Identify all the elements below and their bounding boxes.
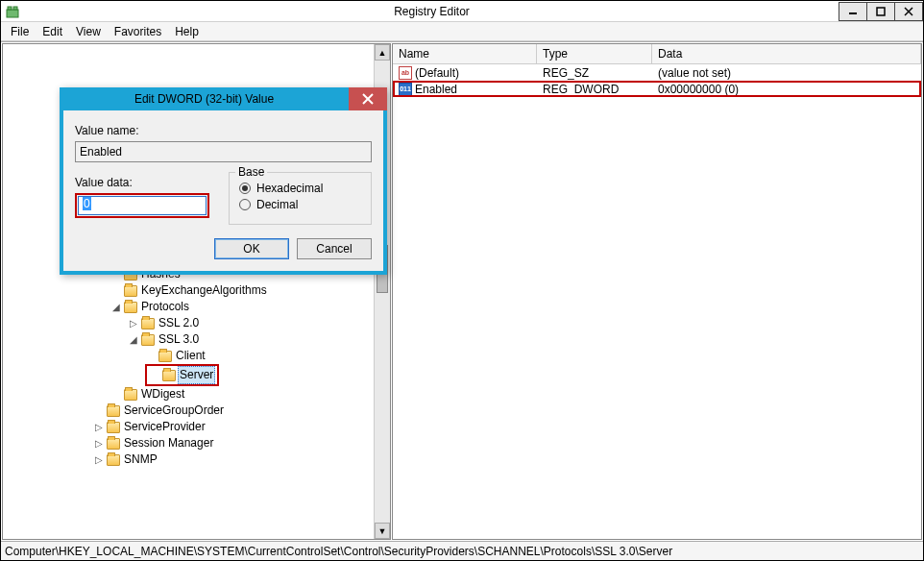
menu-file[interactable]: File	[5, 23, 35, 40]
expander-icon[interactable]: ▷	[93, 419, 105, 435]
tree-node-ssl30[interactable]: ◢SSL 3.0	[128, 331, 201, 348]
menu-edit[interactable]: Edit	[36, 23, 68, 40]
maximize-button[interactable]	[866, 2, 895, 21]
folder-icon	[141, 334, 155, 346]
close-button[interactable]	[894, 2, 923, 21]
radio-icon	[239, 199, 251, 210]
window-title: Registry Editor	[24, 5, 839, 18]
list-row-enabled[interactable]: 011Enabled REG_DWORD 0x00000000 (0)	[393, 81, 921, 97]
tree-node-snmp[interactable]: ▷SNMP	[93, 451, 159, 468]
scroll-down-button[interactable]: ▼	[375, 523, 390, 539]
dialog-titlebar[interactable]: Edit DWORD (32-bit) Value	[60, 87, 387, 110]
svg-rect-4	[877, 8, 885, 15]
scroll-up-button[interactable]: ▲	[375, 44, 390, 61]
menu-favorites[interactable]: Favorites	[109, 23, 167, 40]
menubar: File Edit View Favorites Help	[1, 22, 923, 41]
folder-icon	[107, 422, 120, 433]
folder-icon	[107, 454, 120, 466]
base-label: Base	[235, 165, 267, 179]
tree-node-sgo[interactable]: ▷ServiceGroupOrder	[93, 402, 226, 419]
folder-icon	[141, 318, 155, 329]
minimize-button[interactable]	[839, 2, 867, 21]
radio-icon	[239, 183, 251, 194]
folder-icon	[107, 405, 120, 417]
radio-hexadecimal[interactable]: Hexadecimal	[239, 182, 361, 195]
dialog-body: Value name: Value data: 0 Base Hexadecim…	[63, 110, 383, 271]
ok-button[interactable]: OK	[214, 238, 289, 259]
tree-node-sp[interactable]: ▷ServiceProvider	[93, 419, 207, 435]
tree-node-ssl20[interactable]: ▷SSL 2.0	[128, 315, 201, 331]
expander-icon[interactable]: ▷	[128, 315, 139, 331]
column-type[interactable]: Type	[537, 44, 652, 63]
values-pane: Name Type Data ab(Default) REG_SZ (value…	[392, 43, 922, 540]
folder-icon	[124, 389, 137, 401]
base-group: Base Hexadecimal Decimal	[229, 172, 372, 225]
expander-icon[interactable]: ▷	[93, 451, 105, 468]
expander-icon[interactable]: ◢	[128, 331, 139, 348]
tree-node-server[interactable]: ▷Server	[145, 364, 219, 386]
expander-icon[interactable]: ◢	[110, 299, 122, 315]
registry-editor-window: Registry Editor File Edit View Favorites…	[0, 0, 924, 561]
folder-icon	[124, 302, 137, 313]
app-icon	[5, 4, 20, 19]
reg-dword-icon: 011	[399, 83, 412, 96]
value-data-field[interactable]: 0	[78, 196, 207, 215]
tree-node-client[interactable]: ▷Client	[145, 348, 207, 364]
menu-view[interactable]: View	[70, 23, 107, 40]
dialog-close-button[interactable]	[349, 87, 387, 110]
folder-icon	[124, 285, 137, 297]
tree-node-protocols[interactable]: ◢Protocols	[110, 299, 191, 315]
column-data[interactable]: Data	[652, 44, 921, 63]
tree-node-sm[interactable]: ▷Session Manager	[93, 435, 215, 451]
svg-rect-2	[13, 7, 17, 10]
window-controls	[839, 2, 923, 21]
radio-decimal[interactable]: Decimal	[239, 198, 361, 211]
cancel-button[interactable]: Cancel	[297, 238, 372, 259]
menu-help[interactable]: Help	[169, 23, 205, 40]
svg-rect-1	[8, 7, 12, 10]
dialog-title: Edit DWORD (32-bit) Value	[60, 92, 349, 106]
value-name-label: Value name:	[75, 124, 372, 137]
list-row-default[interactable]: ab(Default) REG_SZ (value not set)	[393, 64, 921, 81]
statusbar: Computer\HKEY_LOCAL_MACHINE\SYSTEM\Curre…	[1, 541, 923, 560]
list-body[interactable]: ab(Default) REG_SZ (value not set) 011En…	[393, 64, 921, 539]
value-data-label: Value data:	[75, 176, 209, 189]
folder-icon	[162, 370, 176, 381]
value-name-field[interactable]	[75, 141, 372, 162]
statusbar-path: Computer\HKEY_LOCAL_MACHINE\SYSTEM\Curre…	[5, 545, 672, 558]
tree-node-kex[interactable]: ▷KeyExchangeAlgorithms	[110, 282, 269, 299]
folder-icon	[107, 438, 120, 450]
tree-node-wdigest[interactable]: ▷WDigest	[110, 386, 186, 402]
titlebar: Registry Editor	[1, 1, 923, 22]
reg-string-icon: ab	[399, 66, 412, 80]
column-name[interactable]: Name	[393, 44, 537, 63]
edit-dword-dialog: Edit DWORD (32-bit) Value Value name: Va…	[60, 87, 387, 275]
value-data-highlight-annotation: 0	[75, 193, 209, 218]
folder-icon	[158, 351, 172, 362]
expander-icon[interactable]: ▷	[93, 435, 105, 451]
list-header: Name Type Data	[393, 44, 921, 64]
svg-rect-0	[7, 10, 18, 17]
